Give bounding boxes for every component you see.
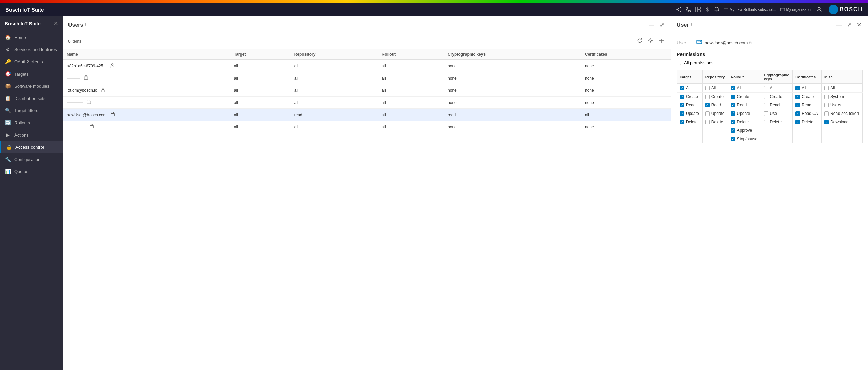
perm-misc-system-checkbox[interactable] [824,95,829,99]
user-name-cell: iot.dm@bosch.io [63,84,230,97]
perm-target-delete: Delete [680,120,699,124]
maximize-button[interactable]: ⤢ [658,20,666,29]
user-target: all [230,97,290,109]
sidebar-close-button[interactable]: ✕ [54,20,58,27]
user-type-icon [101,87,105,93]
share-icon[interactable] [676,7,682,12]
sidebar-item-rollouts[interactable]: 🔄 Rollouts [0,117,63,129]
organization-link[interactable]: My organization [780,7,813,12]
user-panel-minimize-button[interactable]: — [835,21,843,29]
perm-row-read: Read Read [677,101,863,109]
user-label: User [677,40,694,45]
bell-icon[interactable] [714,7,719,12]
perm-misc-users-checkbox[interactable] [824,103,829,107]
layout-icon[interactable] [695,7,701,12]
perm-repo-create-checkbox[interactable] [705,95,710,99]
user-avatar-icon[interactable] [816,7,822,12]
sidebar-item-distribution[interactable]: 📋 Distribution sets [0,92,63,104]
perm-cert-all-checkbox[interactable] [795,86,800,90]
sidebar-item-access-control[interactable]: 🔒 Access control [0,141,63,153]
perm-crypto-all-checkbox[interactable] [764,86,768,90]
perm-cert-delete: Delete [795,120,818,124]
perm-rollout-update-checkbox[interactable] [731,111,735,116]
add-user-button[interactable] [657,37,666,46]
perm-rollout-stoppause-checkbox[interactable] [731,137,735,141]
user-type-icon [86,100,91,105]
perm-repo-delete-checkbox[interactable] [705,120,710,124]
bosch-logo-text: BOSCH [840,6,863,13]
perm-crypto-delete-checkbox[interactable] [764,120,768,124]
perm-cert-readca-checkbox[interactable] [795,111,800,116]
access-control-icon: 🔒 [6,144,12,150]
sidebar-item-quotas[interactable]: 📊 Quotas [0,165,63,178]
user-panel-expand-button[interactable]: ⤢ [846,20,853,29]
user-target: all [230,72,290,84]
sidebar-item-software[interactable]: 📦 Software modules [0,80,63,92]
perm-rollout-approve-checkbox[interactable] [731,128,735,133]
perm-target-update-checkbox[interactable] [680,111,684,116]
perm-rollout-delete-checkbox[interactable] [731,120,735,124]
perm-cert-delete-checkbox[interactable] [795,120,800,124]
perm-cert-create-checkbox[interactable] [795,95,800,99]
dollar-icon[interactable]: $ [705,7,710,12]
perm-misc-all-checkbox[interactable] [824,86,829,90]
user-name-text: a82b1a6c-6709-425... [67,64,106,68]
col-header-target[interactable]: Target [230,49,290,60]
sidebar-item-home[interactable]: 🏠 Home [0,31,63,43]
phone-icon[interactable] [686,7,691,12]
perm-rollout-read-checkbox[interactable] [731,103,735,107]
svg-rect-5 [695,7,697,12]
app-header: Bosch IoT Suite $ My new Rollouts subscr… [0,3,868,16]
table-row[interactable]: all all all none none [63,72,671,84]
sidebar-item-targets[interactable]: 🎯 Targets [0,68,63,80]
perm-target-delete-checkbox[interactable] [680,120,684,124]
col-header-name[interactable]: Name [63,49,230,60]
perm-misc-readsectoken-checkbox[interactable] [824,111,829,116]
perm-repo-read-checkbox[interactable] [705,103,710,107]
perm-misc-download-checkbox[interactable] [824,120,829,124]
perm-misc-all: All [824,86,860,90]
table-row[interactable]: all all all none none [63,121,671,133]
user-panel-close-button[interactable]: ✕ [855,20,863,29]
perm-crypto-use-checkbox[interactable] [764,111,768,116]
perm-rollout-create-checkbox[interactable] [731,95,735,99]
copy-icon[interactable]: ⎘ [749,40,751,45]
user-panel-info-icon[interactable]: ℹ [691,23,693,27]
col-header-certificates[interactable]: Certificates [581,49,671,60]
sidebar-item-oauth2[interactable]: 🔑 OAuth2 clients [0,56,63,68]
user-name-cell: a82b1a6c-6709-425... [63,60,230,72]
col-header-crypto[interactable]: Cryptographic keys [443,49,581,60]
perm-label: System [830,94,844,99]
sidebar-item-target-filters[interactable]: 🔍 Target filters [0,104,63,117]
perm-label: Stop/pause [737,137,757,141]
home-icon: 🏠 [5,35,11,40]
col-header-rollout[interactable]: Rollout [378,49,443,60]
perm-target-all-checkbox[interactable] [680,86,684,90]
sidebar-item-label: Configuration [14,157,40,162]
configuration-icon: 🔧 [5,157,11,162]
perm-crypto-read-checkbox[interactable] [764,103,768,107]
perm-crypto-create-checkbox[interactable] [764,95,768,99]
table-row[interactable]: iot.dm@bosch.io all all all none none [63,84,671,97]
refresh-button[interactable] [636,37,644,46]
bosch-logo-circle [829,5,838,14]
perm-cert-read-checkbox[interactable] [795,103,800,107]
settings-button[interactable] [647,37,655,46]
table-row[interactable]: a82b1a6c-6709-425... all all all none n [63,60,671,72]
all-permissions-checkbox[interactable] [677,61,681,65]
subscription-link[interactable]: My new Rollouts subscript... [724,7,776,12]
users-info-icon[interactable]: ℹ [85,23,87,27]
minimize-button[interactable]: — [648,21,656,29]
table-row-selected[interactable]: newUser@bosch.com all read all read all [63,109,671,121]
sidebar-item-configuration[interactable]: 🔧 Configuration [0,153,63,165]
perm-target-read-checkbox[interactable] [680,103,684,107]
perm-rollout-all-checkbox[interactable] [731,86,735,90]
sidebar-item-services[interactable]: ⚙ Services and features [0,43,63,56]
col-header-repository[interactable]: Repository [290,49,378,60]
perm-target-create-checkbox[interactable] [680,95,684,99]
table-row[interactable]: all all all none none [63,97,671,109]
perm-repo-all-checkbox[interactable] [705,86,710,90]
sidebar-item-actions[interactable]: ▶ Actions [0,129,63,141]
perm-label: Delete [802,120,813,124]
perm-repo-update-checkbox[interactable] [705,111,710,116]
